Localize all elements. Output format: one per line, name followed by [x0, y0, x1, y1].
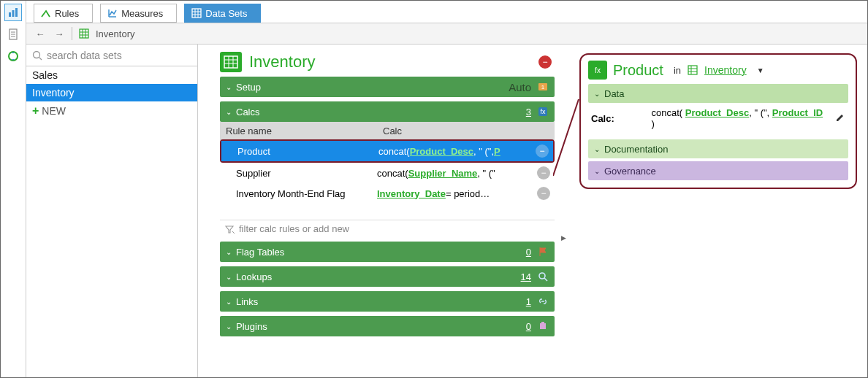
top-tabs: Rules Measures Data Sets — [26, 1, 867, 23]
tab-datasets[interactable]: Data Sets — [184, 4, 261, 23]
svg-rect-0 — [9, 12, 11, 17]
chevron-down-icon: ⌄ — [226, 323, 232, 331]
calc-link[interactable]: Product_Desc — [685, 107, 749, 118]
detail-dataset-link[interactable]: Inventory — [704, 64, 747, 76]
svg-rect-36 — [688, 66, 697, 74]
dropdown-icon[interactable]: ▼ — [757, 66, 764, 74]
flag-tables-label: Flag Tables — [236, 247, 284, 258]
lookups-label: Lookups — [236, 271, 272, 282]
links-count: 1 — [526, 296, 531, 307]
sidebar-item-inventory[interactable]: Inventory — [26, 84, 197, 101]
calcs-table-header: Rule name Calc — [220, 122, 555, 140]
calc-text: ) — [652, 118, 655, 129]
calc-name: Product — [221, 146, 378, 157]
nav-row: ← → Inventory — [26, 23, 867, 45]
section-flag-tables[interactable]: ⌄ Flag Tables 0 — [220, 242, 555, 262]
setup-mode: Auto — [509, 81, 531, 93]
lookups-count: 14 — [521, 271, 531, 282]
rail-chart-icon[interactable] — [4, 4, 22, 21]
detail-in-label: in — [674, 65, 681, 76]
filter-icon — [224, 224, 235, 234]
filter-calc-input[interactable]: filter calc rules or add new — [220, 220, 555, 237]
flag-tables-count: 0 — [526, 247, 531, 258]
section-calcs[interactable]: ⌄ Calcs 3 fx — [220, 101, 555, 122]
calc-text: concat( — [652, 107, 685, 118]
calc-badge-icon: fx — [588, 61, 607, 80]
gov-label: Governance — [604, 166, 656, 177]
detail-panel: fx Product in Inventory ▼ ⌄ Data Calc: c… — [568, 45, 867, 377]
links-label: Links — [236, 296, 258, 307]
calc-text: concat( — [377, 168, 408, 179]
calc-text: concat( — [378, 146, 410, 157]
breadcrumb[interactable]: Inventory — [96, 28, 134, 39]
grid-icon — [687, 64, 698, 76]
svg-point-30 — [539, 273, 545, 279]
remove-dataset-button[interactable]: − — [538, 55, 552, 69]
filter-placeholder: filter calc rules or add new — [239, 223, 349, 234]
section-plugins[interactable]: ⌄ Plugins 0 — [220, 316, 555, 336]
calc-link[interactable]: Product_ID — [772, 107, 823, 118]
splitter-right[interactable]: ▶ — [561, 234, 566, 242]
calc-row-inventory-flag[interactable]: Inventory Month-End Flag Inventory_Date … — [220, 183, 555, 204]
calc-text: , " (", — [473, 146, 494, 157]
chevron-down-icon: ⌄ — [226, 83, 232, 91]
nav-back[interactable]: ← — [34, 27, 47, 40]
svg-rect-2 — [15, 8, 18, 17]
svg-rect-20 — [224, 56, 237, 68]
chevron-down-icon: ⌄ — [594, 90, 600, 98]
remove-row-button[interactable]: − — [537, 166, 550, 180]
calc-row-supplier[interactable]: Supplier concat( Supplier_Name , " (" − — [220, 163, 555, 183]
remove-row-button[interactable]: − — [537, 187, 550, 200]
section-lookups[interactable]: ⌄ Lookups 14 — [220, 266, 555, 287]
sidebar: search data sets Sales Inventory + NEW — [26, 45, 198, 377]
calc-link[interactable]: Inventory_Date — [377, 188, 446, 199]
dataset-grid-icon — [220, 52, 242, 72]
tab-rules-label: Rules — [55, 8, 79, 19]
svg-line-29 — [232, 231, 235, 234]
center-panel: Inventory − ⌄ Setup Auto 1 ⌄ Calcs 3 fx … — [198, 45, 568, 377]
svg-rect-32 — [540, 323, 546, 329]
detail-section-data[interactable]: ⌄ Data — [588, 84, 848, 103]
search-input[interactable]: search data sets — [26, 45, 197, 66]
remove-row-button[interactable]: − — [536, 144, 549, 158]
calcs-label: Calcs — [236, 107, 260, 117]
edit-icon[interactable] — [835, 112, 845, 125]
detail-section-governance[interactable]: ⌄ Governance — [588, 161, 848, 180]
svg-rect-1 — [12, 10, 15, 17]
detail-section-documentation[interactable]: ⌄ Documentation — [588, 139, 848, 158]
breadcrumb-grid-icon — [78, 28, 90, 39]
calc-link[interactable]: Product_Desc — [410, 146, 473, 157]
data-label: Data — [604, 88, 624, 99]
rail-doc-icon[interactable] — [4, 26, 22, 43]
rail-cycle-icon[interactable] — [4, 47, 22, 65]
rules-icon — [40, 7, 52, 19]
sidebar-item-sales[interactable]: Sales — [26, 66, 197, 84]
setup-badge-icon: 1 — [537, 81, 549, 93]
chevron-down-icon: ⌄ — [226, 273, 232, 281]
sidebar-new-label: NEW — [42, 105, 66, 117]
tab-measures[interactable]: Measures — [100, 4, 177, 23]
nav-forward[interactable]: → — [53, 27, 66, 40]
chevron-down-icon: ⌄ — [226, 108, 232, 116]
plus-icon: + — [32, 104, 39, 117]
section-setup[interactable]: ⌄ Setup Auto 1 — [220, 77, 555, 97]
chevron-down-icon: ⌄ — [226, 248, 232, 256]
lookup-icon — [537, 271, 549, 282]
calc-row-product[interactable]: Product concat( Product_Desc , " (", P − — [221, 141, 553, 161]
plugins-label: Plugins — [236, 321, 267, 332]
tab-rules[interactable]: Rules — [34, 4, 93, 23]
sidebar-new[interactable]: + NEW — [26, 101, 197, 120]
svg-text:1: 1 — [541, 84, 545, 90]
tab-measures-label: Measures — [121, 8, 163, 19]
svg-point-18 — [34, 51, 40, 58]
doc-label: Documentation — [604, 144, 668, 155]
header-calc: Calc — [377, 122, 555, 140]
plugin-icon — [537, 320, 549, 332]
section-links[interactable]: ⌄ Links 1 — [220, 291, 555, 312]
plugins-count: 0 — [526, 321, 531, 332]
calc-label: Calc: — [591, 113, 642, 124]
left-rail — [1, 1, 26, 377]
calc-link[interactable]: P — [494, 146, 500, 157]
datasets-icon — [191, 7, 202, 19]
calc-link[interactable]: Supplier_Name — [408, 168, 478, 179]
